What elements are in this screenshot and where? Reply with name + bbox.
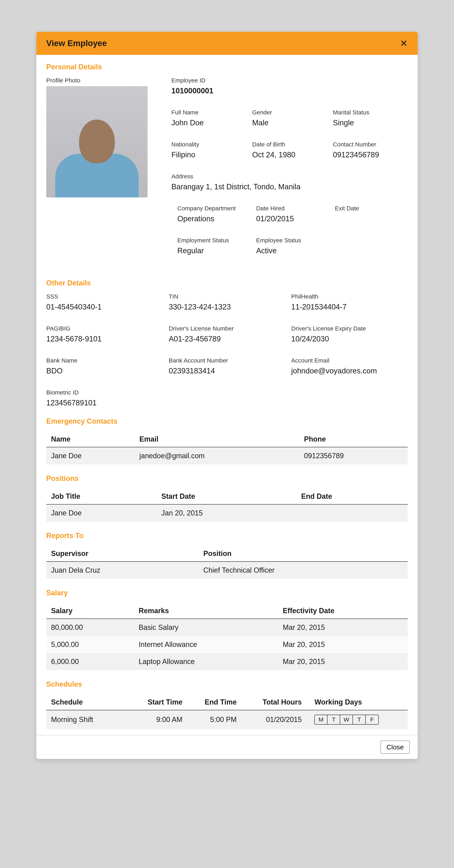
- nationality-label: Nationality: [171, 141, 246, 148]
- salary-amount: 6,000.00: [46, 653, 134, 670]
- employee-id-value: 1010000001: [171, 87, 408, 95]
- reports-supervisor: Juan Dela Cruz: [46, 561, 199, 579]
- full-name-value: John Doe: [171, 119, 246, 127]
- table-row: Juan Dela CruzChief Technical Officer: [46, 561, 408, 579]
- employee-id-label: Employee ID: [171, 77, 408, 84]
- bank-name-value: BDO: [46, 367, 163, 375]
- modal-title: View Employee: [46, 38, 107, 48]
- bank-account-label: Bank Account Number: [169, 357, 285, 364]
- section-other-title: Other Details: [46, 279, 408, 287]
- pagibig-label: PAGIBIG: [46, 325, 163, 332]
- emergency-email: janedoe@gmail.com: [135, 447, 299, 464]
- date-hired-label: Date Hired: [256, 205, 329, 212]
- pagibig-value: 1234-5678-9101: [46, 335, 163, 343]
- table-row: 5,000.00Internet AllowanceMar 20, 2015: [46, 636, 408, 653]
- company-department-value: Operations: [177, 215, 250, 223]
- sss-label: SSS: [46, 293, 163, 300]
- address-label: Address: [171, 173, 408, 180]
- positions-th-enddate: End Date: [296, 489, 408, 504]
- working-days-selector: MTWTF: [314, 715, 379, 724]
- day-cell: W: [340, 715, 353, 724]
- sched-th-end: End Time: [187, 694, 241, 710]
- salary-amount: 80,000.00: [46, 619, 134, 636]
- positions-jobtitle: Jane Doe: [46, 504, 157, 522]
- salary-effectivity: Mar 20, 2015: [278, 636, 408, 653]
- contact-number-label: Contact Number: [333, 141, 408, 148]
- day-cell: M: [315, 715, 327, 724]
- gender-value: Male: [252, 119, 327, 127]
- salary-table: Salary Remarks Effectivity Date 80,000.0…: [46, 603, 408, 670]
- marital-status-value: Single: [333, 119, 408, 127]
- table-row: 6,000.00Laptop AllowanceMar 20, 2015: [46, 653, 408, 670]
- day-cell: F: [366, 715, 378, 724]
- sss-value: 01-454540340-1: [46, 303, 163, 311]
- bank-name-label: Bank Name: [46, 357, 163, 364]
- salary-amount: 5,000.00: [46, 636, 134, 653]
- table-row: Jane Doejanedoe@gmail.com0912356789: [46, 447, 408, 464]
- account-email-value: johndoe@voyadores.com: [291, 367, 408, 375]
- employment-status-label: Employment Status: [177, 237, 250, 244]
- positions-startdate: Jan 20, 2015: [157, 504, 296, 522]
- day-cell: T: [327, 715, 340, 724]
- sched-th-total: Total Hours: [241, 694, 306, 710]
- profile-photo: [46, 86, 148, 197]
- biometric-id-value: 123456789101: [46, 399, 163, 407]
- view-employee-modal: View Employee ✕ Personal Details Profile…: [36, 32, 418, 759]
- dob-label: Date of Birth: [252, 141, 327, 148]
- philhealth-label: PhilHealth: [291, 293, 408, 300]
- marital-status-label: Marital Status: [333, 109, 408, 116]
- sched-th-start: Start Time: [133, 694, 187, 710]
- reports-th-supervisor: Supervisor: [46, 546, 199, 561]
- section-personal-title: Personal Details: [46, 63, 408, 71]
- salary-th-salary: Salary: [46, 603, 134, 619]
- salary-effectivity: Mar 20, 2015: [278, 653, 408, 670]
- philhealth-value: 11-201534404-7: [291, 303, 408, 311]
- exit-date-label: Exit Date: [335, 205, 408, 212]
- modal-footer: Close: [36, 735, 418, 759]
- emergency-table: Name Email Phone Jane Doejanedoe@gmail.c…: [46, 431, 408, 464]
- close-button[interactable]: Close: [381, 741, 410, 754]
- sched-end: 5:00 PM: [187, 710, 241, 729]
- sched-th-schedule: Schedule: [46, 694, 133, 710]
- section-schedules-title: Schedules: [46, 680, 408, 688]
- reports-table: Supervisor Position Juan Dela CruzChief …: [46, 546, 408, 579]
- nationality-value: Filipino: [171, 151, 246, 159]
- employee-status-label: Employee Status: [256, 237, 329, 244]
- sched-start: 9:00 AM: [133, 710, 187, 729]
- company-department-label: Company Department: [177, 205, 250, 212]
- sched-total: 01/20/2015: [241, 710, 306, 729]
- emergency-name: Jane Doe: [46, 447, 135, 464]
- salary-remarks: Laptop Allowance: [134, 653, 278, 670]
- reports-position: Chief Technical Officer: [199, 561, 408, 579]
- tin-label: TIN: [169, 293, 285, 300]
- dob-value: Oct 24, 1980: [252, 151, 327, 159]
- section-salary-title: Salary: [46, 589, 408, 597]
- bank-account-value: 02393183414: [169, 367, 285, 375]
- emergency-th-phone: Phone: [299, 431, 408, 447]
- address-value: Barangay 1, 1st District, Tondo, Manila: [171, 183, 408, 191]
- emergency-th-name: Name: [46, 431, 135, 447]
- positions-table: Job Title Start Date End Date Jane DoeJa…: [46, 489, 408, 522]
- emergency-phone: 0912356789: [299, 447, 408, 464]
- positions-th-startdate: Start Date: [157, 489, 296, 504]
- day-cell: T: [353, 715, 366, 724]
- emergency-th-email: Email: [135, 431, 299, 447]
- profile-photo-block: Profile Photo: [46, 77, 160, 269]
- date-hired-value: 01/20/2015: [256, 215, 329, 223]
- employee-status-value: Active: [256, 247, 329, 255]
- section-positions-title: Positions: [46, 474, 408, 483]
- account-email-label: Account Email: [291, 357, 408, 364]
- reports-th-position: Position: [199, 546, 408, 561]
- close-icon[interactable]: ✕: [400, 39, 408, 48]
- biometric-id-label: Biometric ID: [46, 389, 163, 396]
- salary-effectivity: Mar 20, 2015: [278, 619, 408, 636]
- positions-th-jobtitle: Job Title: [46, 489, 157, 504]
- full-name-label: Full Name: [171, 109, 246, 116]
- schedules-table: Schedule Start Time End Time Total Hours…: [46, 694, 408, 729]
- table-row: Morning Shift9:00 AM5:00 PM01/20/2015MTW…: [46, 710, 408, 729]
- profile-photo-label: Profile Photo: [46, 77, 160, 84]
- section-reports-title: Reports To: [46, 531, 408, 540]
- salary-remarks: Basic Salary: [134, 619, 278, 636]
- contact-number-value: 09123456789: [333, 151, 408, 159]
- positions-enddate: [296, 504, 408, 522]
